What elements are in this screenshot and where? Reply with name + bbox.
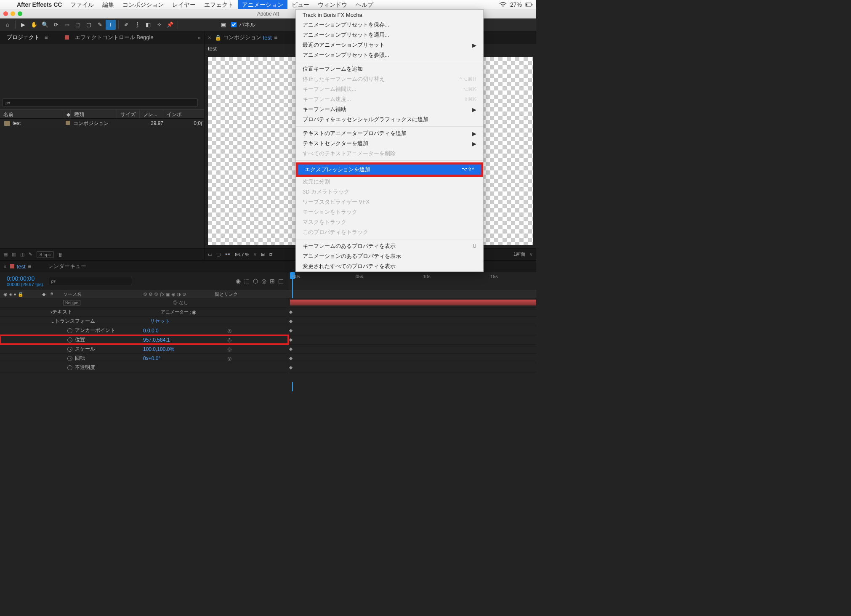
eraser-tool-icon[interactable]: ◧: [143, 20, 153, 30]
tl-toolbar-icon[interactable]: ◉: [236, 278, 241, 284]
menu-help[interactable]: ヘルプ: [351, 0, 378, 9]
property-row-scale[interactable]: スケール100.0,100.0%◎: [0, 345, 536, 354]
comp-tab[interactable]: test: [208, 45, 217, 52]
menu-item[interactable]: アニメーションプリセットを参照...: [296, 50, 483, 60]
roto-tool-icon[interactable]: ✧: [154, 20, 164, 30]
stopwatch-icon[interactable]: [67, 328, 72, 333]
menu-item[interactable]: アニメーションプリセットを保存...: [296, 20, 483, 30]
minimize-window-button[interactable]: [11, 11, 15, 16]
menu-item[interactable]: テキストセレクターを追加▶: [296, 138, 483, 149]
view-magnify-icon[interactable]: ▭: [208, 252, 212, 257]
col-fps[interactable]: フレ...: [140, 110, 163, 118]
menu-item[interactable]: プロパティをエッセンシャルグラフィックスに追加: [296, 114, 483, 125]
rectangle-tool-icon[interactable]: ▢: [84, 20, 94, 30]
menu-item[interactable]: アニメーションプリセットを適用...: [296, 30, 483, 40]
trash-icon[interactable]: 🗑: [58, 252, 63, 257]
tl-toolbar-icon[interactable]: ◫: [278, 278, 284, 284]
timeline-close-icon[interactable]: ×: [3, 263, 7, 270]
col-tag[interactable]: ◆: [63, 110, 71, 118]
property-row-text[interactable]: › テキストアニメーター :◉: [0, 308, 536, 317]
menu-effect[interactable]: エフェクト: [200, 0, 238, 9]
tab-project[interactable]: プロジェクト: [3, 34, 43, 41]
timeline-tab-render[interactable]: レンダーキュー: [48, 263, 86, 270]
lock-icon[interactable]: 🔒: [215, 35, 221, 41]
tl-toolbar-icon[interactable]: ◎: [261, 278, 266, 284]
menu-composition[interactable]: コンポジション: [118, 0, 168, 9]
col-source-name[interactable]: ソース名: [63, 291, 143, 297]
tl-toolbar-icon[interactable]: ⬚: [244, 278, 250, 284]
guides-icon[interactable]: ⧉: [269, 252, 272, 257]
menu-item[interactable]: 変更されたすべてのプロパティを表示: [296, 261, 483, 271]
new-comp-icon[interactable]: ◫: [20, 252, 24, 257]
menu-file[interactable]: ファイル: [66, 0, 98, 9]
view-resolution-icon[interactable]: ▢: [216, 252, 221, 257]
pan-behind-tool-icon[interactable]: ⬚: [73, 20, 83, 30]
col-parent[interactable]: 親とリンク: [215, 291, 286, 297]
col-name[interactable]: 名前: [0, 110, 63, 118]
menu-layer[interactable]: レイヤー: [168, 0, 200, 9]
adjust-icon[interactable]: ✎: [29, 252, 32, 257]
zoom-tool-icon[interactable]: 🔍: [40, 20, 50, 30]
timeline-tab-test[interactable]: test: [17, 263, 26, 270]
maximize-window-button[interactable]: [18, 11, 22, 16]
panel-menu-icon[interactable]: »: [198, 35, 201, 41]
type-tool-icon[interactable]: T: [106, 20, 116, 30]
project-item-test[interactable]: test コンポジション 29.97 0;0(: [0, 119, 204, 128]
grid-icon[interactable]: ⊞: [261, 252, 265, 257]
close-window-button[interactable]: [3, 11, 8, 16]
menu-item[interactable]: アニメーションのあるプロパティを表示: [296, 251, 483, 261]
property-row-opacity[interactable]: 不透明度: [0, 363, 536, 372]
menu-animation[interactable]: アニメーション: [238, 0, 287, 9]
hand-tool-icon[interactable]: ✋: [29, 20, 39, 30]
col-inpoint[interactable]: インポ: [163, 110, 204, 118]
menu-item[interactable]: エクスプレッションを追加⌥⇧^: [298, 165, 481, 175]
stopwatch-icon[interactable]: [67, 337, 72, 343]
bpc-button[interactable]: 8 bpc: [37, 251, 54, 258]
home-icon[interactable]: ⌂: [3, 20, 13, 30]
interpret-footage-icon[interactable]: ▤: [3, 252, 8, 257]
tl-toolbar-icon[interactable]: ⊞: [270, 278, 275, 284]
view-mask-icon[interactable]: 👓: [225, 252, 231, 257]
panel-checkbox[interactable]: [231, 22, 237, 27]
col-size[interactable]: サイズ: [117, 110, 140, 118]
time-ruler[interactable]: 00s 05s 10s 15s: [288, 272, 536, 290]
menu-item[interactable]: キーフレームのあるプロパティを表示U: [296, 241, 483, 251]
tl-toolbar-icon[interactable]: ⬡: [253, 278, 258, 284]
menu-item[interactable]: Track in Boris FX Mocha: [296, 10, 483, 20]
layer-row-beggie[interactable]: Beggie◎ なし: [0, 298, 536, 308]
menu-item[interactable]: 位置キーフレームを追加: [296, 64, 483, 74]
menu-view[interactable]: ビュー: [287, 0, 314, 9]
zoom-level[interactable]: 66.7 %: [235, 252, 249, 257]
current-timecode[interactable]: 0;00;00;00: [7, 275, 35, 282]
tab-effect-controls[interactable]: エフェクトコントロール Beggie: [72, 34, 157, 41]
menu-item[interactable]: キーフレーム補助▶: [296, 104, 483, 114]
property-row-anchor[interactable]: アンカーポイント0.0,0.0◎: [0, 326, 536, 335]
new-folder-icon[interactable]: ▥: [12, 252, 16, 257]
stopwatch-icon[interactable]: [67, 347, 72, 352]
property-row-transform[interactable]: ⌄ トランスフォームリセット: [0, 317, 536, 326]
layer-bar[interactable]: [290, 300, 536, 305]
panel-close-icon[interactable]: ×: [208, 35, 211, 41]
menu-edit[interactable]: 編集: [98, 0, 118, 9]
project-search-input[interactable]: [3, 98, 198, 107]
stopwatch-icon[interactable]: [67, 365, 72, 370]
puppet-tool-icon[interactable]: 📌: [165, 20, 175, 30]
stopwatch-icon[interactable]: [67, 356, 72, 361]
app-name[interactable]: After Effects CC: [13, 1, 66, 8]
camera-tool-icon[interactable]: ▭: [62, 20, 72, 30]
timeline-search-input[interactable]: [48, 277, 132, 285]
orbit-tool-icon[interactable]: ⟳: [51, 20, 61, 30]
selection-tool-icon[interactable]: ▶: [18, 20, 28, 30]
property-row-rotation[interactable]: 回転0x+0.0°◎: [0, 354, 536, 363]
view-mode[interactable]: 1画面: [513, 251, 525, 258]
position-value[interactable]: 957.0,584.1: [143, 337, 170, 343]
pen-tool-icon[interactable]: ✎: [95, 20, 105, 30]
clone-tool-icon[interactable]: ⟆: [132, 20, 142, 30]
col-type[interactable]: 種類: [71, 110, 117, 118]
property-row-position[interactable]: 位置957.0,584.1◎: [0, 335, 536, 345]
brush-tool-icon[interactable]: ✐: [121, 20, 131, 30]
snap-icon[interactable]: ▣: [218, 20, 229, 30]
menu-item[interactable]: テキストのアニメータープロパティを追加▶: [296, 128, 483, 138]
menu-window[interactable]: ウィンドウ: [314, 0, 351, 9]
menu-item[interactable]: 最近のアニメーションプリセット▶: [296, 40, 483, 50]
